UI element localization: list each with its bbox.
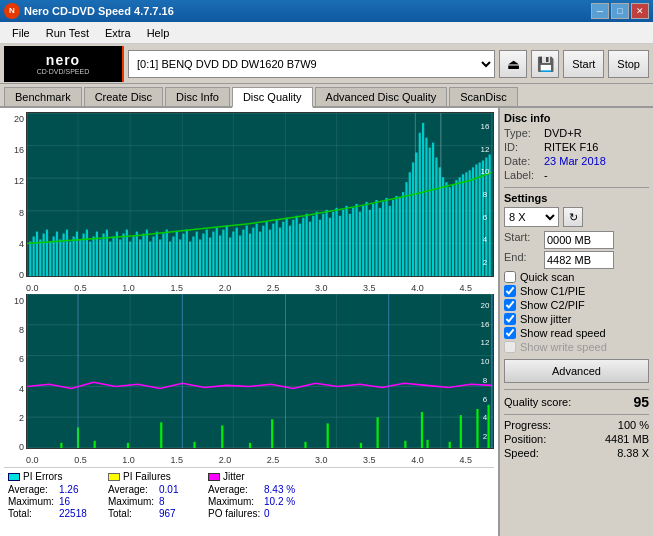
legend: PI Errors Average: 1.26 Maximum: 16 Tota… xyxy=(4,467,494,522)
svg-rect-191 xyxy=(421,412,423,448)
nero-sub-text: CD·DVD/SPEED xyxy=(37,68,90,75)
svg-rect-81 xyxy=(242,230,244,276)
svg-rect-85 xyxy=(256,224,258,276)
show-write-speed-row: Show write speed xyxy=(504,341,649,353)
chart-top-svg xyxy=(27,113,493,276)
pi-failures-max-value: 8 xyxy=(159,496,189,507)
toolbar: nero CD·DVD/SPEED [0:1] BENQ DVD DD DW16… xyxy=(0,44,653,84)
svg-rect-183 xyxy=(426,440,428,448)
eject-button[interactable]: ⏏ xyxy=(499,50,527,78)
svg-rect-114 xyxy=(352,208,354,276)
pi-errors-total-value: 22518 xyxy=(59,508,89,519)
menu-help[interactable]: Help xyxy=(139,25,178,41)
menu-extra[interactable]: Extra xyxy=(97,25,139,41)
disc-label-label: Label: xyxy=(504,169,540,181)
divider-2 xyxy=(504,389,649,390)
menu-run-test[interactable]: Run Test xyxy=(38,25,97,41)
start-input[interactable] xyxy=(544,231,614,249)
svg-rect-142 xyxy=(445,182,447,276)
jitter-color xyxy=(208,473,220,481)
svg-rect-23 xyxy=(49,241,51,276)
tab-disc-info[interactable]: Disc Info xyxy=(165,87,230,106)
tab-disc-quality[interactable]: Disc Quality xyxy=(232,87,313,108)
svg-rect-20 xyxy=(39,239,41,276)
show-c2-checkbox[interactable] xyxy=(504,299,516,311)
disc-info-section: Disc info Type: DVD+R ID: RITEK F16 Date… xyxy=(504,112,649,181)
svg-rect-124 xyxy=(385,198,387,276)
save-button[interactable]: 💾 xyxy=(531,50,559,78)
speed-label: Speed: xyxy=(504,447,539,459)
disc-type-row: Type: DVD+R xyxy=(504,127,649,139)
svg-rect-92 xyxy=(279,228,281,276)
svg-rect-145 xyxy=(455,180,457,276)
divider-3 xyxy=(504,414,649,415)
end-input[interactable] xyxy=(544,251,614,269)
disc-info-title: Disc info xyxy=(504,112,649,124)
svg-rect-128 xyxy=(399,197,401,276)
svg-rect-184 xyxy=(449,442,451,448)
svg-rect-102 xyxy=(312,216,314,276)
svg-rect-182 xyxy=(404,441,406,448)
show-jitter-checkbox[interactable] xyxy=(504,313,516,325)
svg-rect-29 xyxy=(69,241,71,276)
drive-select[interactable]: [0:1] BENQ DVD DD DW1620 B7W9 xyxy=(128,50,495,78)
tab-create-disc[interactable]: Create Disc xyxy=(84,87,163,106)
tab-advanced-disc-quality[interactable]: Advanced Disc Quality xyxy=(315,87,448,106)
pi-errors-label: PI Errors xyxy=(23,471,62,482)
minimize-button[interactable]: ─ xyxy=(591,3,609,19)
svg-rect-118 xyxy=(365,202,367,276)
svg-rect-79 xyxy=(236,228,238,276)
svg-rect-63 xyxy=(182,234,184,276)
quick-scan-checkbox[interactable] xyxy=(504,271,516,283)
pi-failures-avg-value: 0.01 xyxy=(159,484,189,495)
start-label: Start: xyxy=(504,231,540,249)
jitter-max-value: 10.2 % xyxy=(264,496,304,507)
maximize-button[interactable]: □ xyxy=(611,3,629,19)
svg-rect-136 xyxy=(425,138,427,276)
position-label: Position: xyxy=(504,433,546,445)
svg-rect-75 xyxy=(222,230,224,276)
speed-select[interactable]: 8 X 4 X 2 X 1 X Max xyxy=(504,207,559,227)
svg-rect-123 xyxy=(382,202,384,276)
chart-bottom-svg xyxy=(27,294,493,448)
disc-id-label: ID: xyxy=(504,141,540,153)
end-row: End: xyxy=(504,251,649,269)
pi-errors-max-label: Maximum: xyxy=(8,496,58,507)
svg-rect-138 xyxy=(432,143,434,276)
advanced-button[interactable]: Advanced xyxy=(504,359,649,383)
speed-refresh-btn[interactable]: ↻ xyxy=(563,207,583,227)
show-write-speed-checkbox[interactable] xyxy=(504,341,516,353)
svg-rect-101 xyxy=(309,222,311,276)
svg-rect-19 xyxy=(36,232,38,276)
svg-rect-146 xyxy=(459,177,461,276)
title-bar-left: N Nero CD-DVD Speed 4.7.7.16 xyxy=(4,3,174,19)
show-c1-checkbox[interactable] xyxy=(504,285,516,297)
svg-rect-119 xyxy=(369,210,371,276)
disc-type-label: Type: xyxy=(504,127,540,139)
position-value: 4481 MB xyxy=(605,433,649,445)
svg-rect-71 xyxy=(209,237,211,276)
legend-pi-errors: PI Errors Average: 1.26 Maximum: 16 Tota… xyxy=(8,471,98,519)
menu-file[interactable]: File xyxy=(4,25,38,41)
svg-rect-135 xyxy=(422,123,424,276)
svg-rect-93 xyxy=(282,222,284,276)
settings-title: Settings xyxy=(504,192,649,204)
pi-failures-label: PI Failures xyxy=(123,471,171,482)
show-read-speed-checkbox[interactable] xyxy=(504,327,516,339)
start-button[interactable]: Start xyxy=(563,50,604,78)
stop-button[interactable]: Stop xyxy=(608,50,649,78)
svg-rect-31 xyxy=(76,232,78,276)
svg-rect-181 xyxy=(360,443,362,448)
app-title: Nero CD-DVD Speed 4.7.7.16 xyxy=(24,5,174,17)
svg-rect-82 xyxy=(246,226,248,276)
speed-value: 8.38 X xyxy=(617,447,649,459)
progress-label: Progress: xyxy=(504,419,551,431)
quick-scan-label: Quick scan xyxy=(520,271,574,283)
end-label: End: xyxy=(504,251,540,269)
svg-rect-175 xyxy=(60,443,62,448)
disc-id-value: RITEK F16 xyxy=(544,141,598,153)
close-button[interactable]: ✕ xyxy=(631,3,649,19)
tab-benchmark[interactable]: Benchmark xyxy=(4,87,82,106)
svg-rect-105 xyxy=(322,214,324,276)
tab-scan-disc[interactable]: ScanDisc xyxy=(449,87,517,106)
